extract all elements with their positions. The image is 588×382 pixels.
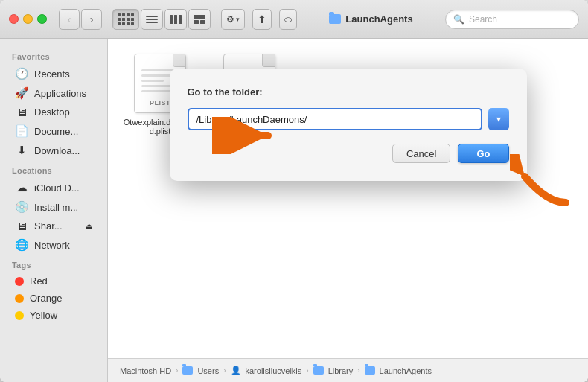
search-placeholder: Search: [469, 14, 497, 25]
sidebar-item-network[interactable]: 🌐 Network: [3, 235, 104, 255]
yellow-tag-dot: [15, 311, 24, 320]
maximize-button[interactable]: [37, 14, 47, 24]
sidebar-item-icloud[interactable]: ☁ iCloud D...: [3, 178, 104, 197]
traffic-lights: [9, 14, 47, 24]
cancel-button[interactable]: Cancel: [392, 144, 450, 163]
desktop-icon: 🖥: [15, 106, 28, 118]
sidebar-item-tag-red[interactable]: Red: [3, 273, 104, 290]
locations-label: Locations: [0, 160, 107, 178]
view-buttons: [112, 9, 211, 30]
titlebar: ‹ ›: [0, 0, 588, 39]
sidebar-item-label: iCloud D...: [34, 182, 80, 194]
nav-buttons: ‹ ›: [59, 9, 102, 30]
sidebar-item-desktop[interactable]: 🖥 Desktop: [3, 103, 104, 121]
dialog-input-row: ▾: [188, 108, 509, 130]
favorites-label: Favorites: [0, 46, 107, 64]
recents-icon: 🕐: [15, 67, 28, 80]
minimize-button[interactable]: [23, 14, 33, 24]
sidebar-item-label: Red: [30, 276, 48, 287]
share-icon: ⬆: [258, 13, 266, 25]
sidebar: Favorites 🕐 Recents 🚀 Applications 🖥 Des…: [0, 39, 108, 382]
forward-icon: ›: [90, 13, 94, 25]
column-view-icon: [170, 15, 182, 24]
dropdown-button[interactable]: ▾: [488, 108, 509, 130]
share-drive-icon: 🖥: [15, 220, 28, 232]
action-button[interactable]: ⚙ ▾: [221, 9, 245, 30]
sidebar-item-share[interactable]: 🖥 Shar... ⏏: [3, 217, 104, 235]
go-to-folder-dialog: Go to the folder: ▾ Cancel Go: [170, 69, 527, 181]
search-box[interactable]: 🔍 Search: [445, 10, 579, 29]
sidebar-item-label: Network: [34, 240, 70, 251]
dialog-overlay: Go to the folder: ▾ Cancel Go: [108, 39, 588, 382]
icloud-icon: ☁: [15, 181, 28, 194]
back-button[interactable]: ‹: [59, 9, 80, 30]
tag-icon: ⬭: [284, 14, 292, 25]
cover-view-icon: [194, 15, 205, 24]
red-tag-dot: [15, 277, 24, 286]
dialog-buttons: Cancel Go: [188, 144, 509, 163]
network-icon: 🌐: [15, 238, 28, 252]
folder-path-input[interactable]: [188, 108, 482, 130]
file-area: PLIST Otwexplain.download.plist PLIST: [108, 39, 588, 382]
go-button[interactable]: Go: [458, 144, 508, 163]
list-view-button[interactable]: [141, 9, 163, 30]
sidebar-item-downloads[interactable]: ⬇ Downloa...: [3, 141, 104, 160]
applications-icon: 🚀: [15, 86, 28, 100]
window-title: LaunchAgents: [304, 13, 438, 25]
search-icon: 🔍: [453, 14, 464, 25]
sidebar-item-tag-yellow[interactable]: Yellow: [3, 307, 104, 324]
finder-window: ‹ ›: [0, 0, 588, 382]
cover-view-button[interactable]: [188, 9, 211, 30]
tag-button[interactable]: ⬭: [279, 9, 297, 30]
share-button[interactable]: ⬆: [252, 9, 272, 30]
install-icon: 💿: [15, 200, 28, 214]
icon-grid-icon: [118, 13, 134, 25]
sidebar-item-tag-orange[interactable]: Orange: [3, 290, 104, 307]
orange-tag-dot: [15, 294, 24, 303]
column-view-button[interactable]: [164, 9, 187, 30]
eject-icon: ⏏: [86, 222, 92, 230]
sidebar-item-label: Desktop: [34, 106, 70, 118]
sidebar-item-label: Orange: [30, 293, 62, 304]
sidebar-item-label: Recents: [34, 69, 70, 80]
window-title-text: LaunchAgents: [345, 13, 412, 25]
sidebar-item-label: Shar...: [34, 220, 63, 232]
dialog-title: Go to the folder:: [188, 86, 509, 98]
sidebar-item-documents[interactable]: 📄 Docume...: [3, 121, 104, 141]
sidebar-item-label: Yellow: [30, 310, 57, 321]
main-area: Favorites 🕐 Recents 🚀 Applications 🖥 Des…: [0, 39, 588, 382]
downloads-icon: ⬇: [15, 144, 28, 157]
sidebar-item-label: Applications: [34, 88, 86, 99]
gear-icon: ⚙: [226, 14, 234, 25]
sidebar-item-label: Downloa...: [34, 145, 80, 156]
sidebar-item-install[interactable]: 💿 Install m...: [3, 197, 104, 217]
sidebar-item-label: Docume...: [34, 126, 78, 137]
icon-view-button[interactable]: [112, 9, 139, 30]
forward-button[interactable]: ›: [81, 9, 102, 30]
close-button[interactable]: [9, 14, 19, 24]
back-icon: ‹: [68, 13, 71, 25]
tags-label: Tags: [0, 255, 107, 273]
sidebar-item-applications[interactable]: 🚀 Applications: [3, 83, 104, 103]
list-view-icon: [146, 16, 158, 23]
chevron-down-icon: ▾: [236, 16, 240, 23]
sidebar-item-recents[interactable]: 🕐 Recents: [3, 64, 104, 83]
folder-icon: [329, 14, 341, 24]
chevron-down-icon: ▾: [496, 114, 501, 124]
documents-icon: 📄: [15, 124, 28, 138]
sidebar-item-label: Install m...: [34, 202, 78, 213]
